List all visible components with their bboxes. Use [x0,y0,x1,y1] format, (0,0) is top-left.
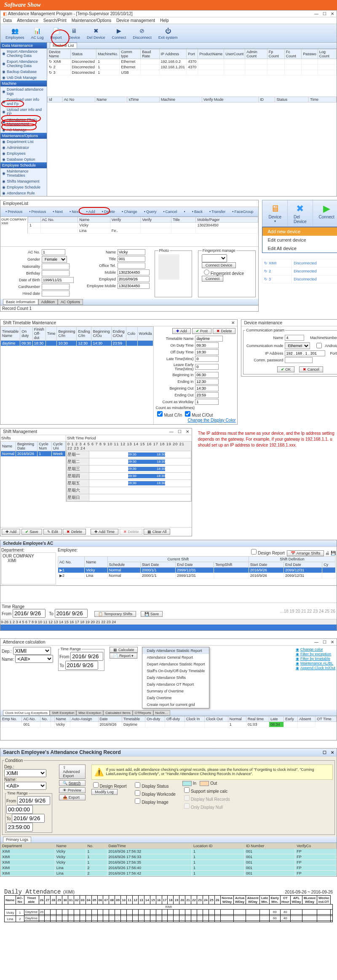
sideitem-usb-disk-manage[interactable]: ◉Usb Disk Manage [0,75,47,81]
sideitem-department-list[interactable]: ◉Department List [0,139,47,145]
emp-tbtn[interactable]: •Next [50,209,65,215]
table-row[interactable]: ▶1VickyNormal2000/1/12999/12/312016/9/26… [58,568,336,573]
sideitem-download-attendance-logs[interactable]: ◉Download attendance logs [0,86,47,97]
employed-input[interactable] [118,276,150,282]
col-header[interactable]: Early [284,716,298,722]
col-header[interactable]: Baud Rate [141,49,159,59]
search-from-date[interactable] [17,796,50,805]
calc-name[interactable]: <All> [15,655,53,663]
toolbar-employees[interactable]: 👥Employees [3,26,27,40]
search-dep[interactable]: XIMI [4,769,46,777]
col-header[interactable]: Auto-Assign [70,716,98,722]
gender-select[interactable]: Female [42,256,67,263]
edit-current-device-item[interactable]: Edit current device [262,236,337,244]
sideitem-import-attendance-checkin[interactable]: ◉Import Attendance Checking Data [0,48,47,59]
dob-input[interactable] [42,277,74,283]
emp-tbtn[interactable]: •Cancel [160,209,179,215]
report-menu-item[interactable]: Depart Attendance Statistic Report [142,661,209,668]
sm-add[interactable]: ✚ Add [2,529,20,535]
calc-from[interactable] [70,652,103,661]
col-header[interactable]: Verify Mode [202,97,258,102]
emp-tbtn[interactable]: •Query [142,209,159,215]
emp-tbtn[interactable]: •Back [190,209,205,215]
table-row[interactable]: ↻ XIMIDisconnected1Ethernet192.168.0.243… [48,59,337,65]
export-btn[interactable]: 📤 Export [59,794,85,800]
sideitem-employee-schedule[interactable]: ◉Employee Schedule [0,184,47,190]
col-header[interactable]: Real time [246,716,269,722]
menu-data[interactable]: Data [3,18,12,23]
stt-leave[interactable] [195,364,219,370]
menu-device-management[interactable]: Device management [116,18,155,23]
col-header[interactable]: Timetable [122,716,145,722]
change-color-link[interactable]: Change the Display Color [187,418,235,423]
title-input[interactable] [118,256,145,262]
menu-attendance[interactable]: Attendance [17,18,38,23]
col-header[interactable]: Start Date [249,562,284,568]
bday-input[interactable] [42,270,70,276]
sm-deltime[interactable]: ✖ Delete [120,529,143,535]
col-header[interactable]: Status [70,49,96,59]
col-header[interactable]: ProductName [198,49,224,59]
search-from-time[interactable] [6,805,33,814]
col-header[interactable]: Name [78,217,110,223]
name-input[interactable] [118,249,145,255]
col-header[interactable]: Cy [322,562,336,568]
otel-input[interactable] [118,263,145,269]
sched-tree[interactable]: OUR COMPANY XIMI [1,552,56,584]
col-header[interactable]: Name [95,97,127,102]
calc-tab[interactable]: OTReports [133,710,153,716]
table-row[interactable]: ↻ 2Disconnected1Ethernet192.168.1.201437… [48,65,337,70]
sched-to[interactable] [55,609,88,618]
col-header[interactable]: Title [171,217,196,223]
report-menu-item[interactable]: Attendance General Report [142,654,209,661]
stt-delete-btn[interactable]: ✖ Delete [213,328,236,334]
report-menu-item[interactable]: Summary of Overtime [142,688,209,695]
zoom-device-button[interactable]: 🖥Device▾ [262,200,288,226]
edit-all-device-item[interactable]: Edit All device [262,244,337,253]
emp-tab[interactable]: Basic Information [3,299,38,305]
col-header[interactable]: No. [86,843,107,849]
emp-tbtn[interactable]: •Delete [99,209,118,215]
sideitem-download-user-info-and-fp[interactable]: ◉Download user info and Fp [0,97,47,107]
col-header[interactable]: Time [45,327,57,341]
dm-ok[interactable]: ✔ OK [277,366,295,372]
adv-export-btn[interactable]: ⇪ Advanced Export [59,765,85,779]
menu-search-print[interactable]: Search/Print [43,18,67,23]
col-header[interactable]: MachineNo. [96,49,120,59]
col-header[interactable]: Port [187,49,198,59]
emplist-dept-tree[interactable]: OUR COMPANY XIMI [0,217,28,234]
col-header[interactable]: sTime [127,97,160,102]
table-row[interactable]: ▶2LinaNormal2000/1/12999/12/312016/9/262… [58,573,336,579]
arrange-shifts-btn[interactable]: 📅 Arrange Shifts [287,550,324,556]
col-header[interactable]: Time [309,97,337,102]
toolbar-device[interactable]: 🖥Device [66,26,83,40]
maximize-button[interactable]: ☐ [323,11,326,16]
table-row[interactable]: ↻ 3Disconnected [262,275,337,283]
zoom-deldevice-button[interactable]: ✖Del Device [288,200,313,226]
dm-cancel[interactable]: ✖ Cancel [299,366,323,372]
zoom-connect-button[interactable]: ▶Connect [313,200,337,226]
stt-mustcin[interactable] [157,411,163,417]
emp-tbtn[interactable]: •Previous [27,209,48,215]
col-header[interactable]: Normal [228,716,246,722]
calc-tab[interactable]: Shift Exception [50,710,76,716]
stt-offduty[interactable] [195,349,219,355]
sideitem-attendance-photo-manageme[interactable]: ◉Attendance Photo Management [0,117,47,127]
search-name[interactable]: <All> [4,782,46,790]
col-header[interactable]: ID [259,97,275,102]
preview-btn[interactable]: 👁 Preview [59,787,85,793]
col-header[interactable]: Timetable Name [1,327,20,341]
sm-delete[interactable]: ✖ Delete [63,529,86,535]
stt-tname[interactable] [195,336,223,342]
table-row[interactable]: XIMIVicky12016/9/26 17:56:351001FP [1,860,337,865]
table-row[interactable]: XIMILina22016/9/26 17:56:401001FP [1,865,337,871]
sched-design-check[interactable] [251,549,257,555]
col-header[interactable]: Cycle Num [37,442,52,451]
report-menu-item[interactable]: Staff's On-Duty/Off-Duty Timetable [142,668,209,674]
emp-tbtn[interactable]: •Change [119,209,140,215]
col-header[interactable]: Name [55,843,86,849]
calc-tab[interactable]: Misc Exception [76,710,103,716]
report-menu-item[interactable]: Daily Overtime [142,695,209,701]
minimize-button[interactable]: — [314,11,318,16]
col-header[interactable]: Passwo [302,49,318,59]
